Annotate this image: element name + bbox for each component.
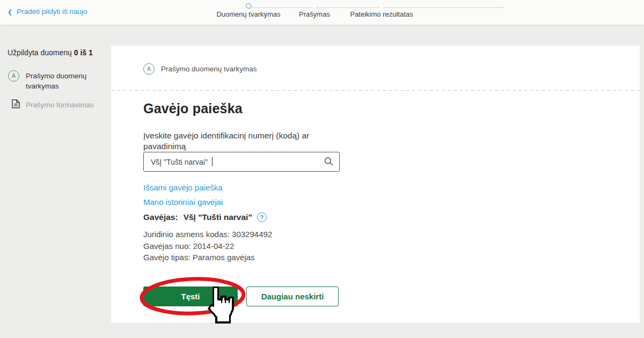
recipient-name: VšĮ "Tušti narvai": [184, 212, 252, 222]
dashed-separator: [111, 90, 640, 91]
detail-legal-code: Juridinio asmens kodas: 303294492: [143, 229, 272, 240]
circle-a-letter: A: [147, 66, 151, 72]
search-field-label: Įveskite gavėjo identifikacinį numerį (k…: [143, 130, 353, 152]
main-panel: A Prašymo duomenų tvarkymas Gavėjo paieš…: [111, 46, 640, 322]
breadcrumb: A Prašymo duomenų tvarkymas: [143, 63, 257, 75]
search-field-wrapper: [143, 152, 340, 172]
detail-recipient-since: Gavėjas nuo: 2014-04-22: [143, 240, 272, 252]
continue-button[interactable]: Tęsti: [143, 286, 238, 306]
stepper-step-prasymas: Prašymas: [299, 3, 330, 18]
recipient-search-input[interactable]: [143, 152, 340, 172]
top-bar: ❮ Pradėti pildyti iš naujo Duomenų tvark…: [0, 0, 644, 25]
circle-a-icon: A: [8, 70, 19, 82]
back-link[interactable]: ❮ Pradėti pildyti iš naujo: [8, 8, 87, 16]
link-detailed-recipient-search[interactable]: Išsami gavėjo paieška: [143, 183, 223, 192]
sidebar-item-prasymo-formavimas[interactable]: [12, 99, 20, 111]
document-icon: [12, 99, 20, 108]
step-dot-icon: [380, 4, 384, 8]
progress-count: 0 iš 1: [74, 48, 93, 57]
search-icon[interactable]: [324, 157, 334, 167]
chevron-left-icon: ❮: [8, 9, 12, 15]
step-label: Pateikimo rezultatas: [350, 10, 413, 18]
link-my-historical-recipients[interactable]: Mano istoriniai gavėjai: [143, 197, 223, 207]
sidebar-item-prasymo-duomenu-tvarkymas[interactable]: A: [8, 70, 19, 82]
circle-a-letter: A: [12, 73, 16, 79]
sidebar-item-label[interactable]: Prašymo duomenų tvarkymas: [26, 71, 97, 91]
recipient-label: Gavėjas:: [143, 212, 178, 222]
stepper-step-duomenu-tvarkymas: Duomenų tvarkymas: [216, 3, 280, 18]
recipient-details: Juridinio asmens kodas: 303294492 Gavėja…: [143, 229, 272, 263]
progress-label: Užpildyta duomenų: [8, 48, 74, 57]
sidebar-item-label[interactable]: Prašymo formavimas: [26, 101, 101, 109]
sidebar-progress-text: Užpildyta duomenų 0 iš 1: [8, 48, 93, 57]
active-step-circle-icon: [246, 3, 251, 9]
step-label: Prašymas: [299, 10, 330, 18]
recipient-row: Gavėjas: VšĮ "Tušti narvai" ?: [143, 212, 267, 222]
breadcrumb-label: Prašymo duomenų tvarkymas: [161, 65, 257, 73]
stepper-step-pateikimo-rezultatas: Pateikimo rezultatas: [350, 3, 413, 18]
circle-a-icon: A: [143, 63, 155, 75]
skip-button[interactable]: Daugiau neskirti: [246, 286, 339, 306]
detail-recipient-type: Gavėjo tipas: Paramos gavėjas: [143, 252, 272, 263]
step-label: Duomenų tvarkymas: [216, 10, 280, 18]
step-dot-icon: [312, 4, 316, 8]
text-caret: [212, 157, 213, 166]
help-icon[interactable]: ?: [257, 212, 267, 222]
help-glyph: ?: [260, 214, 264, 221]
page-title: Gavėjo paieška: [143, 101, 243, 116]
back-link-label: Pradėti pildyti iš naujo: [17, 8, 87, 16]
